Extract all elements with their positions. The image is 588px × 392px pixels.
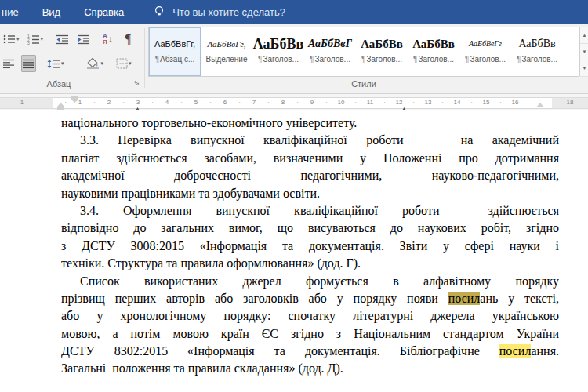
document-line[interactable]: ДСТУ 8302:2015 «Інформація та документац…: [61, 343, 559, 360]
group-divider: [144, 28, 145, 88]
style-item[interactable]: АаБбВв¶Заголов...: [408, 27, 459, 76]
align-left-button[interactable]: [2, 55, 16, 72]
document-line[interactable]: або у хронологічному порядку: спочатку л…: [61, 307, 559, 325]
ruler-mark: ·: [238, 99, 241, 106]
line-spacing-icon: [47, 59, 60, 69]
borders-button[interactable]: ▾: [114, 55, 133, 72]
style-label: Выделение: [201, 55, 252, 64]
document-line[interactable]: Загальні положення та правила складання»…: [61, 360, 559, 377]
document-line[interactable]: науковими працівниками та здобувачами ос…: [61, 185, 559, 202]
paragraph-group-label: Абзац: [31, 79, 86, 89]
ruler-mark: ·: [64, 99, 67, 106]
ruler-mark: 10: [338, 99, 345, 106]
sort-button[interactable]: А Я ↓: [101, 31, 114, 48]
line-spacing-button[interactable]: ▾: [45, 55, 66, 72]
style-sample: АаБбВвГ: [304, 33, 356, 55]
tell-me-label: Что вы хотите сделать?: [172, 6, 285, 18]
increase-indent-button[interactable]: [75, 31, 92, 48]
style-item[interactable]: АаБбВв¶Заголов...: [356, 27, 408, 76]
ruler-mark: 6: [223, 99, 227, 106]
decrease-indent-icon: [56, 34, 69, 45]
chevron-down-icon: ▾: [129, 60, 132, 67]
text-run: відповідно до загальних вимог, що висува…: [61, 221, 559, 234]
style-item[interactable]: АаБбВвГг,¶Абзац с...: [149, 27, 201, 76]
ruler-mark: 11: [367, 99, 373, 106]
bullets-icon: [3, 34, 16, 45]
ruler-mark: ·: [412, 99, 415, 106]
justify-button[interactable]: [21, 55, 36, 72]
multilevel-list-button[interactable]: 1 2 3 ▾: [26, 31, 45, 48]
borders-grid-icon: [116, 58, 128, 69]
style-item[interactable]: АаБбВв¶Заголов...: [252, 27, 304, 76]
text-run: плагіат здійснюється засобами, визначени…: [61, 151, 559, 165]
document-line[interactable]: техніки. Структура та правила оформлюван…: [61, 255, 559, 272]
document-line[interactable]: Список використаних джерел формується в …: [61, 273, 559, 290]
text-run: або у хронологічному порядку: спочатку л…: [61, 309, 559, 322]
styles-gallery: АаБбВвГг,¶Абзац с...АаБбВвГг,ВыделениеАа…: [149, 27, 579, 76]
style-label: ¶Заголов...: [252, 55, 304, 64]
gallery-scroll-down-button[interactable]: ▼: [580, 44, 588, 60]
shading-button[interactable]: ▾: [85, 55, 106, 72]
chevron-down-icon: ▾: [61, 60, 64, 67]
ruler-mark: 12: [396, 99, 403, 106]
text-run: ДСТУ 8302:2015 «Інформація та документац…: [61, 344, 499, 358]
style-sample: АаБбВвГг: [459, 33, 511, 55]
document-line[interactable]: відповідно до загальних вимог, що висува…: [61, 220, 559, 237]
horizontal-ruler[interactable]: 1·2·3·4·5·6·7·8·9·10·11·12·13·14·15·16·1…: [0, 94, 588, 110]
chevron-down-icon: ▾: [16, 36, 20, 42]
tell-me-search[interactable]: Что вы хотите сделать?: [154, 5, 285, 18]
ruler-mark: ·: [267, 99, 270, 106]
text-run: Список використаних джерел формується в …: [80, 274, 559, 288]
document-line[interactable]: 3.4. Оформлення випускної кваліфікаційно…: [61, 202, 559, 220]
ruler-mark: ·: [383, 99, 386, 106]
style-item[interactable]: АаБбВв¶Заголов...: [511, 27, 563, 76]
text-run: ань у тексті,: [480, 292, 559, 305]
style-item[interactable]: АаБбВвГ¶Заголов...: [304, 27, 356, 76]
bullets-button[interactable]: ▾: [2, 31, 21, 48]
pilcrow-icon: ¶: [125, 32, 131, 46]
pilcrow-icon: ¶: [155, 55, 159, 64]
document-line[interactable]: з ДСТУ 3008:2015 «Інформація та документ…: [61, 238, 559, 255]
style-sample: АаБбВв: [356, 33, 408, 55]
document-line[interactable]: мовою, а потім мовою країн ЄС згідно з Н…: [61, 325, 559, 343]
document-line[interactable]: 3.3. Перевірка випускної кваліфікаційної…: [61, 132, 559, 149]
pilcrow-icon: ¶: [517, 55, 521, 64]
show-paragraph-marks-button[interactable]: ¶: [124, 31, 132, 48]
style-item[interactable]: АаБбВвГг¶Заголов...: [459, 27, 511, 76]
numbering-icon: 1 2 3: [27, 34, 40, 45]
text-run: Загальні положення та правила складання»…: [61, 361, 343, 375]
document-line[interactable]: прізвищ перших авторів або заголовків аб…: [61, 290, 559, 307]
ruler-mark: ·: [180, 99, 183, 106]
document-page[interactable]: національного торговельно-економічного у…: [0, 110, 588, 392]
search-highlight: посил: [499, 344, 532, 358]
ruler-mark: 14: [454, 99, 461, 106]
ruler-mark: 13: [425, 99, 432, 106]
pilcrow-icon: ¶: [258, 55, 262, 64]
justify-icon: [23, 59, 34, 69]
document-line[interactable]: плагіат здійснюється засобами, визначени…: [61, 150, 559, 167]
style-sample: АаБбВв: [408, 33, 459, 55]
ruler-mark: 16: [512, 99, 519, 106]
ribbon-tab-help[interactable]: Справка: [84, 6, 124, 18]
document-line[interactable]: національного торговельно-економічного у…: [61, 114, 559, 132]
document-line[interactable]: академічної доброчесності педагогічними,…: [61, 167, 559, 184]
text-run: 3.3. Перевірка випускної кваліфікаційної…: [80, 133, 559, 147]
decrease-indent-button[interactable]: [54, 31, 71, 48]
style-label: ¶Заголов...: [408, 55, 459, 64]
gallery-more-button[interactable]: ▼: [580, 60, 588, 77]
ribbon-tab-partial[interactable]: ние: [2, 6, 19, 18]
ruler-mark: 7: [252, 99, 256, 106]
chevron-down-icon: ▾: [41, 36, 44, 42]
style-item[interactable]: АаБбВвГг,Выделение: [201, 27, 252, 76]
ruler-mark: 5: [194, 99, 198, 106]
paragraph-dialog-launcher[interactable]: ⇘: [132, 78, 141, 88]
gallery-scroll-up-button[interactable]: ▲: [580, 27, 588, 44]
sort-icon: А Я: [103, 33, 107, 45]
ruler-mark: ·: [122, 99, 125, 106]
ruler-mark: ·: [470, 99, 473, 106]
document-text: національного торговельно-економічного у…: [61, 114, 559, 378]
ruler-mark: 8: [281, 99, 285, 106]
ruler-mark: ·: [441, 99, 444, 106]
text-run: прізвищ перших авторів або заголовків аб…: [61, 292, 448, 305]
ribbon-tab-view[interactable]: Вид: [42, 6, 61, 18]
